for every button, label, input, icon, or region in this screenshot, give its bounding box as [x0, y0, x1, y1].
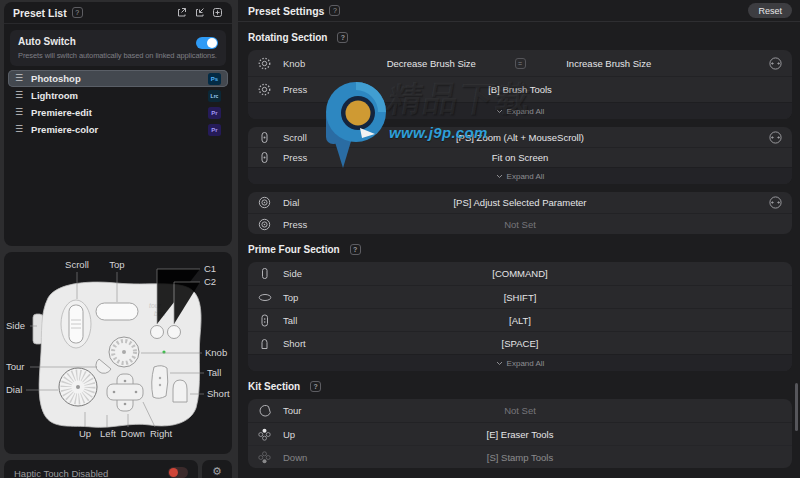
prime-four-section-header: Prime Four Section ? [248, 242, 790, 256]
preset-label: Lightroom [31, 90, 78, 101]
reset-button[interactable]: Reset [748, 3, 792, 18]
preset-list-title: Preset List [13, 7, 67, 19]
dial-press-action[interactable]: Not Set [348, 219, 692, 230]
expand-all-label: Expand All [507, 172, 545, 181]
drag-handle-icon: ☰ [15, 125, 23, 134]
tall-action[interactable]: [ALT] [348, 315, 692, 326]
knob-icon [258, 57, 274, 70]
link-actions-icon[interactable]: = [515, 58, 526, 69]
scroll-press-action[interactable]: Fit on Screen [348, 152, 692, 163]
preset-item-photoshop[interactable]: ☰ Photoshop Ps [8, 70, 228, 87]
knob-icon [258, 83, 274, 96]
auto-switch-label: Auto Switch [18, 36, 218, 47]
scroll-rotate-row[interactable]: Scroll [PS] Zoom (Alt + MouseScroll) [248, 127, 792, 147]
premiere-badge: Pr [208, 124, 221, 136]
label-c2: C2 [204, 276, 216, 287]
knob-right-action[interactable]: Increase Brush Size [526, 58, 693, 69]
help-icon[interactable]: ? [72, 7, 83, 18]
kit-card: Tour Not Set Up [E] Eraser Tools Down [S… [248, 399, 792, 468]
side-row[interactable]: Side [COMMAND] [248, 262, 792, 285]
tall-row[interactable]: Tall [ALT] [248, 308, 792, 331]
kit-section-title: Kit Section [248, 381, 300, 392]
short-button-icon [258, 337, 274, 350]
knob-press-action[interactable]: [B] Brush Tools [348, 84, 692, 95]
control-label: Down [283, 452, 353, 463]
preset-list-panel: Preset List ? Auto Switch Presets will s… [4, 2, 232, 246]
chevron-down-icon [496, 109, 503, 114]
gear-icon[interactable]: ⚙ [212, 465, 222, 478]
control-label: Dial [283, 197, 353, 208]
down-action[interactable]: [S] Stamp Tools [348, 452, 692, 463]
export-preset-icon[interactable] [176, 7, 187, 18]
dial-rotate-row[interactable]: Dial [PS] Adjust Selected Parameter [248, 192, 792, 213]
knob-card: Knob Decrease Brush Size = Increase Brus… [248, 50, 792, 119]
device-short-button [173, 380, 187, 402]
control-label: Press [283, 152, 353, 163]
control-label: Knob [283, 58, 353, 69]
label-knob: Knob [205, 347, 227, 358]
preset-label: Premiere-color [31, 124, 98, 135]
dial-action[interactable]: [PS] Adjust Selected Parameter [348, 197, 692, 208]
label-tall: Tall [207, 367, 221, 378]
kit-section-header: Kit Section ? [248, 379, 790, 393]
chevron-down-icon [496, 361, 503, 366]
side-action[interactable]: [COMMAND] [348, 268, 692, 279]
control-label: Short [283, 338, 353, 349]
expand-all-label: Expand All [507, 359, 545, 368]
knob-left-action[interactable]: Decrease Brush Size [348, 58, 515, 69]
scroll-press-row[interactable]: Press Fit on Screen [248, 147, 792, 167]
scroll-icon [258, 151, 274, 164]
preset-item-lightroom[interactable]: ☰ Lightroom Lrc [8, 87, 228, 104]
control-label: Up [283, 429, 353, 440]
top-row[interactable]: Top [SHIFT] [248, 285, 792, 308]
preset-label: Photoshop [31, 73, 81, 84]
knob-press-row[interactable]: Press [B] Brush Tools [248, 76, 792, 102]
help-icon[interactable]: ? [350, 244, 361, 255]
prime-four-section-title: Prime Four Section [248, 244, 340, 255]
drag-handle-icon: ☰ [15, 108, 23, 117]
expand-all-bar[interactable]: Expand All [248, 167, 792, 184]
dpad-up-icon [258, 428, 274, 441]
short-row[interactable]: Short [SPACE] [248, 331, 792, 354]
top-button-icon [258, 291, 274, 304]
control-label: Tour [283, 405, 353, 416]
tour-row[interactable]: Tour Not Set [248, 399, 792, 422]
prime-four-card: Side [COMMAND] Top [SHIFT] Tall [ALT] [248, 262, 792, 371]
up-action[interactable]: [E] Eraser Tools [348, 429, 692, 440]
device-knob [109, 337, 139, 367]
rotation-settings-icon[interactable] [769, 131, 782, 144]
preset-settings-title: Preset Settings [248, 5, 324, 17]
scroll-card: Scroll [PS] Zoom (Alt + MouseScroll) Pre… [248, 127, 792, 184]
scroll-action[interactable]: [PS] Zoom (Alt + MouseScroll) [348, 132, 692, 143]
dial-press-row[interactable]: Press Not Set [248, 213, 792, 234]
scrollbar-thumb[interactable] [795, 383, 798, 431]
haptic-touch-bar: Haptic Touch Disabled [4, 460, 198, 478]
help-icon[interactable]: ? [310, 381, 321, 392]
import-preset-icon[interactable] [194, 7, 205, 18]
preset-label: Premiere-edit [31, 107, 92, 118]
label-right: Right [150, 428, 173, 439]
device-map-panel: tour box [4, 252, 232, 454]
add-preset-icon[interactable] [212, 7, 223, 18]
down-row[interactable]: Down [S] Stamp Tools [248, 445, 792, 468]
expand-all-bar[interactable]: Expand All [248, 354, 792, 371]
knob-rotate-row[interactable]: Knob Decrease Brush Size = Increase Brus… [248, 50, 792, 76]
haptic-touch-toggle[interactable] [168, 467, 188, 478]
up-row[interactable]: Up [E] Eraser Tools [248, 422, 792, 445]
label-side: Side [6, 320, 25, 331]
device-illustration: tour box [4, 252, 232, 454]
help-icon[interactable]: ? [329, 5, 340, 16]
photoshop-badge: Ps [208, 73, 221, 85]
help-icon[interactable]: ? [337, 32, 348, 43]
auto-switch-toggle[interactable] [196, 37, 218, 49]
short-action[interactable]: [SPACE] [348, 338, 692, 349]
device-settings-box: ⚙ [202, 460, 232, 478]
preset-item-premiere-edit[interactable]: ☰ Premiere-edit Pr [8, 104, 228, 121]
preset-item-premiere-color[interactable]: ☰ Premiere-color Pr [8, 121, 228, 138]
expand-all-bar[interactable]: Expand All [248, 102, 792, 119]
rotation-settings-icon[interactable] [769, 57, 782, 70]
top-action[interactable]: [SHIFT] [348, 292, 692, 303]
tour-action[interactable]: Not Set [348, 405, 692, 416]
rotation-settings-icon[interactable] [769, 196, 782, 209]
drag-handle-icon: ☰ [15, 91, 23, 100]
